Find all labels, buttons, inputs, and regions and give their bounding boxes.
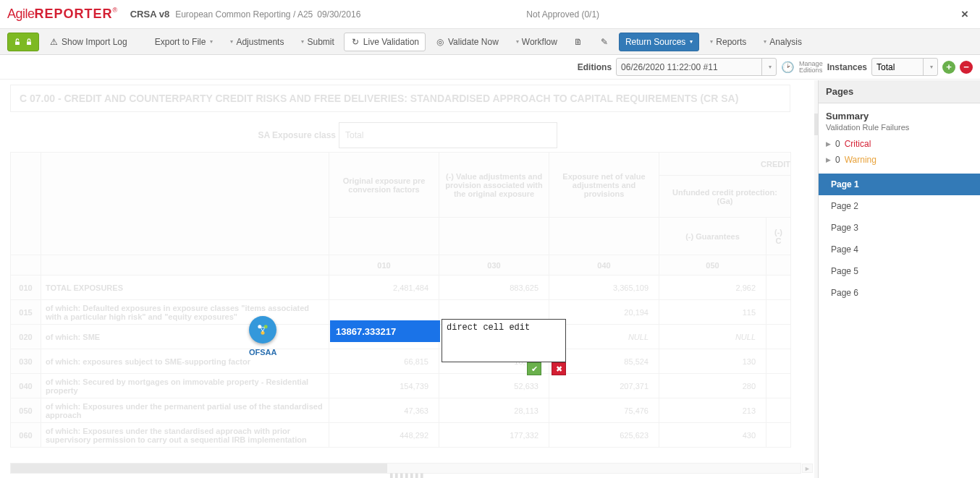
col-hdr-ufcp: Unfunded credit protection: (Ga) bbox=[659, 176, 791, 218]
svg-rect-1 bbox=[27, 41, 31, 45]
adjustments-button[interactable]: ▾ Adjustments bbox=[222, 33, 290, 51]
pages-panel-header: Pages bbox=[819, 80, 980, 103]
page-item-3[interactable]: Page 3 bbox=[819, 217, 980, 239]
return-sources-label: Return Sources bbox=[625, 37, 685, 47]
reports-label: Reports bbox=[716, 37, 746, 47]
expand-icon: ▶ bbox=[826, 140, 831, 148]
col-hdr-060: (-) C bbox=[766, 218, 791, 255]
table-row: 010 TOTAL EXPOSURES 2,481,484 883,625 3,… bbox=[11, 276, 791, 300]
col-hdr-010: Original exposure pre conversion factors bbox=[329, 153, 439, 218]
sa-exposure-class-input[interactable] bbox=[339, 122, 557, 148]
edit-icon-button[interactable]: ✎ bbox=[593, 33, 616, 51]
instance-add-button[interactable]: + bbox=[942, 61, 955, 74]
approval-status: Not Approved (0/1) bbox=[526, 9, 599, 20]
instances-label: Instances bbox=[827, 62, 867, 72]
validate-now-button[interactable]: ◎ Validate Now bbox=[428, 33, 505, 51]
caret-icon: ▾ bbox=[930, 64, 933, 70]
ofsaa-badge[interactable]: OFSAA bbox=[249, 316, 277, 357]
analysis-label: Analysis bbox=[769, 37, 802, 47]
sheet-caption: C 07.00 - CREDIT AND COUNTERPARTY CREDIT… bbox=[10, 85, 790, 112]
instances-select[interactable]: ▾ bbox=[871, 58, 938, 76]
editions-input[interactable] bbox=[617, 59, 761, 75]
page-item-4[interactable]: Page 4 bbox=[819, 239, 980, 260]
warning-count: 0 bbox=[835, 155, 840, 165]
col-code-050: 050 bbox=[659, 255, 766, 276]
caret-icon: ▾ bbox=[230, 38, 233, 45]
workflow-label: Workflow bbox=[522, 37, 557, 47]
analysis-button[interactable]: ▾ Analysis bbox=[756, 33, 808, 51]
refresh-icon: ↻ bbox=[350, 37, 360, 47]
col-code-030: 030 bbox=[439, 255, 549, 276]
col-code-040: 040 bbox=[549, 255, 659, 276]
instances-dropdown-button[interactable]: ▾ bbox=[923, 59, 937, 75]
warning-label: Warning bbox=[845, 155, 876, 165]
warning-icon: ⚠ bbox=[48, 37, 59, 47]
page-item-5[interactable]: Page 5 bbox=[819, 260, 980, 282]
show-import-log-button[interactable]: ⚠ Show Import Log bbox=[42, 33, 134, 51]
reporting-date: 09/30/2016 bbox=[317, 9, 360, 20]
show-import-log-label: Show Import Log bbox=[62, 37, 127, 47]
submit-label: Submit bbox=[307, 37, 334, 47]
caret-icon: ▾ bbox=[210, 38, 213, 45]
adjustments-label: Adjustments bbox=[236, 37, 284, 47]
page-item-2[interactable]: Page 2 bbox=[819, 195, 980, 217]
sa-exposure-class-label: SA Exposure class bbox=[10, 130, 339, 140]
critical-row[interactable]: ▶ 0 Critical bbox=[819, 136, 980, 152]
col-hdr-040: Exposure net of value adjustments and pr… bbox=[549, 153, 659, 218]
editions-label: Editions bbox=[578, 62, 612, 72]
caret-icon: ▾ bbox=[769, 64, 772, 70]
workflow-button[interactable]: ▾ Workflow bbox=[508, 33, 564, 51]
page-item-6[interactable]: Page 6 bbox=[819, 282, 980, 304]
editions-dropdown-button[interactable]: ▾ bbox=[761, 59, 776, 75]
col-hdr-credit: CREDIT bbox=[659, 153, 791, 176]
caret-icon: ▾ bbox=[690, 38, 693, 45]
table-row: 030 of which: exposures subject to SME-s… bbox=[11, 349, 791, 374]
doc-icon-button[interactable]: 🗎 bbox=[567, 33, 590, 51]
col-hdr-050: (-) Guarantees bbox=[659, 218, 766, 255]
col-hdr-030: (-) Value adjustments and provision asso… bbox=[439, 153, 549, 218]
expand-icon: ▶ bbox=[826, 156, 831, 163]
reports-button[interactable]: ▾ Reports bbox=[702, 33, 753, 51]
cell-edit-input[interactable] bbox=[330, 320, 440, 342]
splitter-handle[interactable] bbox=[814, 80, 818, 478]
live-validation-label: Live Validation bbox=[363, 37, 419, 47]
caret-icon: ▾ bbox=[764, 38, 766, 45]
ofsaa-label: OFSAA bbox=[249, 348, 277, 357]
cell-edit-cancel-button[interactable]: ✖ bbox=[552, 362, 566, 375]
live-validation-button[interactable]: ↻ Live Validation bbox=[344, 33, 426, 51]
warning-row[interactable]: ▶ 0 Warning bbox=[819, 152, 980, 168]
summary-title: Summary bbox=[826, 111, 973, 121]
caret-icon: ▾ bbox=[301, 38, 304, 45]
critical-count: 0 bbox=[835, 139, 840, 149]
submit-button[interactable]: ▾ Submit bbox=[293, 33, 340, 51]
editions-select[interactable]: ▾ bbox=[616, 58, 777, 76]
table-row: 060 of which: Exposures under the standa… bbox=[11, 423, 791, 448]
table-row: 040 of which: Secured by mortgages on im… bbox=[11, 374, 791, 398]
scroll-right-button[interactable]: ► bbox=[802, 464, 813, 473]
page-item-1[interactable]: Page 1 bbox=[819, 174, 980, 195]
critical-label: Critical bbox=[845, 139, 871, 149]
cell-edit-overlay-input[interactable]: direct cell edit bbox=[442, 319, 566, 362]
instance-delete-button[interactable]: − bbox=[960, 61, 973, 74]
data-grid-body: Original exposure pre conversion factors… bbox=[10, 152, 791, 448]
breadcrumb: European Common Reporting / A25 bbox=[175, 9, 313, 20]
return-code: CRSA v8 bbox=[130, 9, 169, 20]
document-icon: 🗎 bbox=[573, 37, 583, 47]
export-to-file-button[interactable]: Export to File ▾ bbox=[148, 33, 220, 51]
export-to-file-label: Export to File bbox=[155, 37, 206, 47]
lock-toggle-button[interactable] bbox=[7, 33, 39, 51]
ofsaa-icon bbox=[249, 316, 276, 343]
return-sources-button[interactable]: Return Sources ▾ bbox=[619, 33, 699, 51]
manage-editions-link[interactable]: ManageEditions bbox=[799, 61, 823, 74]
instances-input[interactable] bbox=[872, 59, 923, 75]
vrf-label: Validation Rule Failures bbox=[826, 123, 973, 132]
close-button[interactable]: × bbox=[957, 7, 973, 22]
target-icon: ◎ bbox=[435, 37, 445, 47]
app-logo: AgileREPORTER® bbox=[7, 7, 117, 22]
resize-handle[interactable]: ▮▮▮▮▮▮▮ bbox=[389, 471, 425, 478]
table-row: 050 of which: Exposures under the perman… bbox=[11, 398, 791, 423]
scroll-thumb[interactable] bbox=[11, 464, 387, 473]
clock-icon[interactable]: 🕑 bbox=[781, 61, 795, 74]
cell-edit-confirm-button[interactable]: ✔ bbox=[527, 362, 541, 375]
pencil-icon: ✎ bbox=[599, 37, 609, 47]
